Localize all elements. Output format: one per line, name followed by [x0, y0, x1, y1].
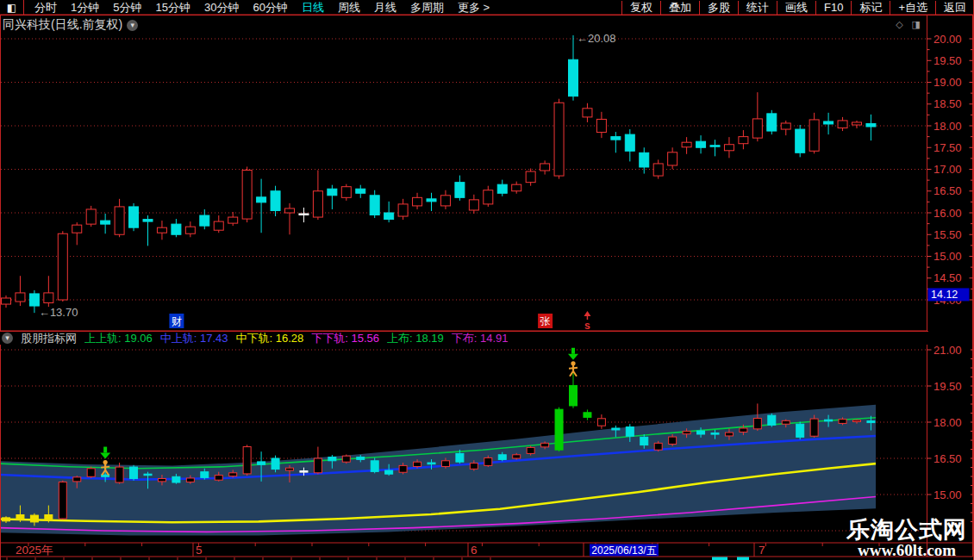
- main-axis-label: 14.50: [933, 271, 962, 284]
- indicator-value-下下轨: 下下轨: 15.56: [311, 331, 379, 346]
- indicator-value-上布: 上布: 18.19: [387, 331, 444, 346]
- main-axis-label: 16.50: [933, 184, 962, 197]
- crosshair-date-label: 2025/06/13/五: [591, 544, 656, 557]
- indicator-collapse-icon[interactable]: ▾: [2, 333, 13, 344]
- indicator-value-下布: 下布: 14.91: [452, 331, 509, 346]
- chart-canvas[interactable]: 20.0019.5019.0018.5018.0017.5017.0016.50…: [0, 0, 974, 560]
- svg-text:s: s: [584, 320, 590, 332]
- indicator-name: 股朋指标网: [21, 331, 77, 346]
- indicator-value-中下轨: 中下轨: 16.28: [236, 331, 304, 346]
- main-axis-label: 17.50: [933, 141, 962, 154]
- main-axis-label: 16.00: [933, 207, 962, 220]
- indicator-axis-label: 19.50: [933, 380, 962, 393]
- watermark-site-name: 乐淘公式网: [846, 518, 967, 542]
- svg-text:财: 财: [172, 315, 182, 327]
- x-axis-label: 6: [471, 544, 478, 557]
- stock-app-window: ◧ 分时1分钟5分钟15分钟30分钟60分钟日线周线月线多周期更多 > 复权叠加…: [0, 0, 974, 560]
- last-price-label: 14.12: [931, 289, 958, 301]
- low-annotation: ←13.70: [39, 306, 78, 319]
- watermark-url: www.60lt.com: [846, 542, 967, 558]
- main-axis-label: 15.50: [933, 228, 962, 241]
- main-axis-label: 18.50: [933, 97, 962, 110]
- indicator-axis-label: 21.00: [933, 344, 962, 357]
- main-axis-label: 15.00: [933, 250, 962, 263]
- indicator-axis-label: 16.50: [933, 452, 962, 465]
- indicator-axis-label: 15.00: [933, 488, 962, 501]
- watermark: 乐淘公式网 www.60lt.com: [846, 518, 967, 558]
- x-axis-label: 7: [759, 544, 765, 557]
- indicator-axis-label: 18.00: [933, 416, 962, 429]
- main-axis-label: 17.00: [933, 163, 962, 176]
- main-axis-label: 19.50: [933, 54, 962, 67]
- main-axis-label: 20.00: [933, 33, 962, 46]
- svg-text:张: 张: [540, 315, 551, 327]
- annotation-layer: ←13.70←20.08财张s: [39, 32, 616, 476]
- x-axis-label: 5: [196, 544, 203, 557]
- main-axis-label: 19.00: [933, 76, 962, 89]
- main-axis-label: 18.00: [933, 120, 962, 133]
- indicator-value-上上轨: 上上轨: 19.06: [84, 331, 153, 346]
- high-annotation: ←20.08: [577, 32, 616, 45]
- indicator-value-中上轨: 中上轨: 17.43: [160, 331, 228, 346]
- x-axis-label: 2025年: [16, 544, 53, 557]
- indicator-header: ▾ 股朋指标网 上上轨: 19.06中上轨: 17.43中下轨: 16.28下下…: [0, 331, 928, 345]
